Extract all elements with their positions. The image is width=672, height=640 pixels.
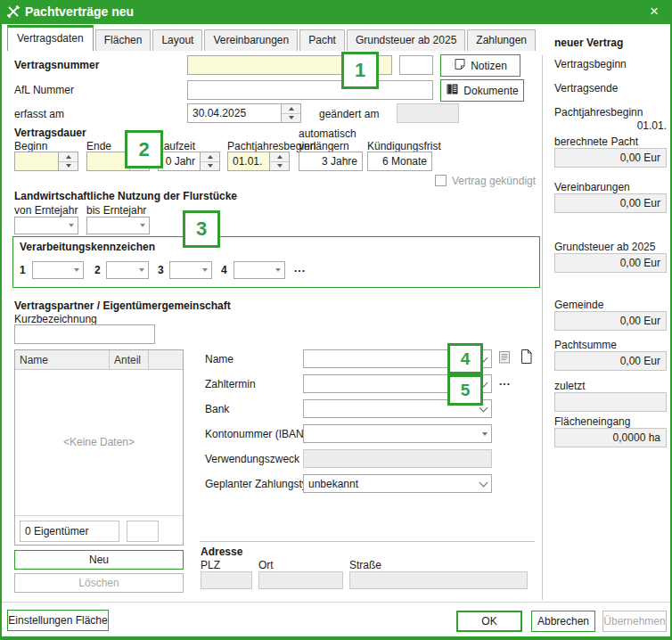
annotation-marker-5: 5 <box>447 374 483 406</box>
vertragsnummer-extra-input[interactable] <box>399 55 433 75</box>
vk-1-label: 1 <box>20 264 26 276</box>
bank-label: Bank <box>205 403 229 415</box>
sidebar-pachtjahresbeginn-value: 01.01. <box>554 119 667 132</box>
von-erntejahr-select[interactable] <box>14 217 78 234</box>
annotation-marker-1: 1 <box>341 52 379 89</box>
gemeinde-field: 0,00 Eur <box>554 311 667 331</box>
vertragsbeginn-label: Vertragsbeginn <box>554 58 627 70</box>
dropdown-arrow-icon <box>69 224 74 227</box>
strasse-label: Straße <box>349 559 381 571</box>
column-header-anteil[interactable]: Anteil <box>110 350 149 369</box>
spin-down-icon[interactable] <box>59 162 78 171</box>
vk-3-select[interactable] <box>169 261 212 279</box>
pachtjahresbeginn-input[interactable]: 01.01. <box>227 152 290 171</box>
pachtjahresbeginn-value: 01.01. <box>228 152 269 170</box>
iban-combo[interactable] <box>303 424 492 443</box>
laufzeit-input[interactable]: 0 Jahr <box>158 152 220 171</box>
vk-4-select[interactable] <box>234 261 285 279</box>
window-title: Pachtverträge neu <box>25 4 134 19</box>
kurzbezeichnung-input[interactable] <box>14 324 155 344</box>
erfasst-am-date-input[interactable]: 30.04.2025 <box>187 103 301 123</box>
spin-up-icon[interactable] <box>59 152 78 162</box>
berechnete-pacht-label: berechnete Pacht <box>554 135 638 148</box>
spin-down-icon[interactable] <box>270 162 289 171</box>
uebernehmen-button[interactable]: Übernehmen <box>602 611 667 632</box>
close-icon[interactable]: × <box>650 4 659 19</box>
kuendigungsfrist-label: Kündigungsfrist <box>367 140 441 152</box>
tab-vertragsdaten[interactable]: Vertragsdaten <box>7 25 94 51</box>
dokumente-button[interactable]: Dokumente <box>440 79 524 102</box>
dropdown-arrow-icon <box>140 224 145 227</box>
afl-nummer-label: AfL Nummer <box>14 84 74 96</box>
tab-layout[interactable]: Layout <box>152 29 202 51</box>
ok-button[interactable]: OK <box>456 611 522 632</box>
tab-vereinbarungen[interactable]: Vereinbarungen <box>204 29 298 51</box>
verlaengern-field[interactable]: 3 Jahre <box>299 152 363 171</box>
vk-more-button[interactable]: ... <box>294 262 306 275</box>
von-erntejahr-label: von Erntejahr <box>14 204 78 217</box>
abbrechen-button[interactable]: Abbrechen <box>531 611 595 632</box>
vertrag-gekuendigt-checkbox[interactable] <box>435 175 447 186</box>
spin-down-icon[interactable] <box>282 114 300 123</box>
new-page-icon[interactable] <box>520 349 533 367</box>
zahltermin-more-button[interactable]: ... <box>499 375 511 388</box>
sidebar-divider <box>542 55 543 600</box>
afl-nummer-input[interactable] <box>187 80 433 100</box>
vereinbarungen-label: Vereinbarungen <box>554 181 630 193</box>
verarbeitungskennzeichen-title: Verarbeitungskennzeichen <box>20 241 155 253</box>
beginn-value <box>15 152 58 170</box>
spin-up-icon[interactable] <box>282 104 300 114</box>
verlaengern-label-line2: verlängern <box>299 140 349 152</box>
zahlungstyp-combo[interactable]: unbekannt <box>303 474 492 493</box>
dropdown-arrow-icon <box>74 268 79 272</box>
vk-2-select[interactable] <box>106 261 149 279</box>
annotation-marker-3: 3 <box>183 210 220 248</box>
einstellungen-flaeche-button[interactable]: Einstellungen Fläche <box>7 610 109 631</box>
tab-grundsteuer[interactable]: Grundsteuer ab 2025 <box>347 29 465 51</box>
dropdown-arrow-icon <box>139 268 144 272</box>
spin-down-icon[interactable] <box>201 162 219 171</box>
dialog-window: Pachtverträge neu × Vertragsdaten Fläche… <box>0 0 672 640</box>
tab-pacht[interactable]: Pacht <box>299 29 345 51</box>
bis-erntejahr-select[interactable] <box>86 217 150 234</box>
pachtsumme-field: 0,00 Eur <box>554 351 667 371</box>
notizen-button[interactable]: Notizen <box>440 54 520 77</box>
geaendert-am-label: geändert am <box>319 108 379 120</box>
kurzbezeichnung-label: Kurzbezeichnung <box>14 313 97 325</box>
bis-erntejahr-label: bis Erntejahr <box>86 204 146 217</box>
geaendert-am-field <box>397 103 459 123</box>
vk-4-label: 4 <box>221 264 227 276</box>
vertragsende-label: Vertragsende <box>554 82 618 94</box>
sidebar-grundsteuer-label: Grundsteuer ab 2025 <box>554 241 655 253</box>
spin-up-icon[interactable] <box>270 152 289 162</box>
tab-zahlungen[interactable]: Zahlungen <box>467 29 536 51</box>
tab-flaechen[interactable]: Flächen <box>95 29 152 51</box>
chevron-down-icon <box>479 478 488 487</box>
document-lines-icon[interactable] <box>498 350 512 367</box>
spin-up-icon[interactable] <box>201 152 219 162</box>
verwendungszweck-label: Verwendungszweck <box>205 453 299 465</box>
flaecheneingang-field: 0,0000 ha <box>554 428 667 447</box>
eigentuemer-extra-field[interactable] <box>127 521 159 542</box>
grundsteuer-field: 0,00 Eur <box>554 253 667 273</box>
flaecheneingang-label: Flächeneingang <box>554 415 630 428</box>
zahlungstyp-value: unbekannt <box>308 478 480 490</box>
dropdown-arrow-icon <box>202 268 208 272</box>
vk-2-label: 2 <box>94 264 101 276</box>
verwendungszweck-field <box>303 449 492 468</box>
pachtsumme-label: Pachtsumme <box>554 339 617 351</box>
gemeinde-label: Gemeinde <box>554 299 603 311</box>
kuendigungsfrist-field[interactable]: 6 Monate <box>367 152 432 171</box>
dropdown-arrow-icon <box>275 268 281 272</box>
app-icon <box>6 4 20 21</box>
vk-1-select[interactable] <box>32 261 84 279</box>
dropdown-arrow-icon <box>482 432 488 436</box>
vertragsnummer-label: Vertragsnummer <box>14 59 99 71</box>
loeschen-button[interactable]: Löschen <box>14 573 184 593</box>
column-header-name[interactable]: Name <box>15 350 110 369</box>
neu-button[interactable]: Neu <box>14 550 184 570</box>
vertragspartner-title: Vertragspartner / Eigentümergemeinschaft <box>14 299 231 312</box>
vk-3-label: 3 <box>158 264 164 276</box>
beginn-input[interactable] <box>14 152 78 171</box>
plz-field <box>201 571 252 589</box>
